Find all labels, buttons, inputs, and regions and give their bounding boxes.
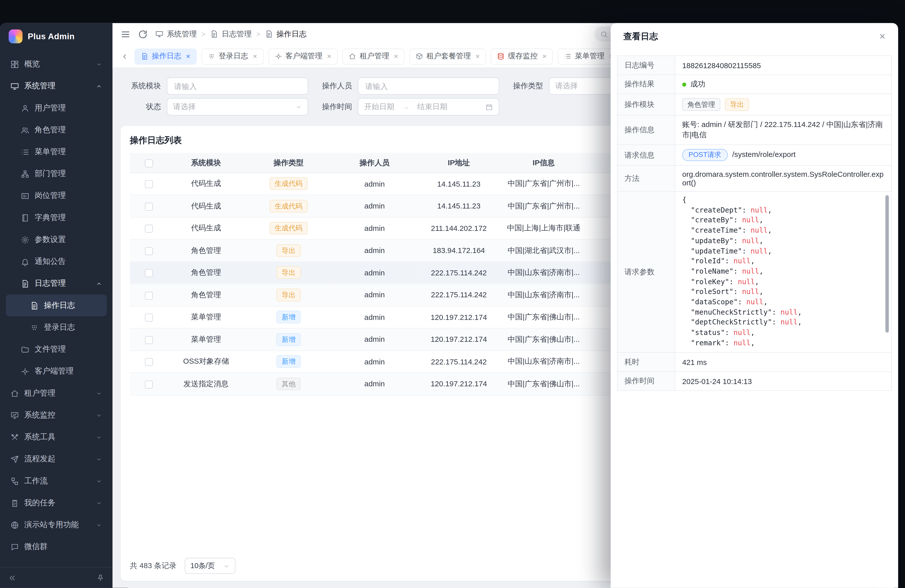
sidebar-item[interactable]: 登录日志 <box>6 316 107 338</box>
sidebar-item-label: 登录日志 <box>44 322 75 332</box>
filter-input[interactable] <box>358 78 499 95</box>
sidebar-item-label: 文件管理 <box>35 344 66 354</box>
sidebar-item[interactable]: 日志管理 <box>6 273 107 294</box>
tab-close-icon[interactable]: × <box>475 52 479 60</box>
tab[interactable]: 租户管理× <box>342 48 405 64</box>
tab[interactable]: 登录日志× <box>202 48 264 64</box>
filter-input-field[interactable] <box>364 81 493 91</box>
sidebar-item[interactable]: 岗位管理 <box>6 185 107 207</box>
field-value: 账号: admin / 研发部门 / 222.175.114.242 / 中国|… <box>675 115 891 145</box>
chat-icon <box>10 542 19 551</box>
drawer-close-icon[interactable]: × <box>880 31 885 41</box>
sidebar-item[interactable]: 用户管理 <box>6 97 107 119</box>
chart-icon <box>10 411 19 420</box>
row-checkbox[interactable] <box>145 336 153 344</box>
sidebar-item[interactable]: 客户端管理 <box>6 361 107 382</box>
pin-sidebar-icon[interactable] <box>96 574 104 582</box>
tab[interactable]: 客户端管理× <box>268 48 338 64</box>
sidebar-item[interactable]: 工作流 <box>6 470 107 492</box>
tab-close-icon[interactable]: × <box>327 52 331 60</box>
row-checkbox[interactable] <box>145 247 153 255</box>
cell-ip: 14.145.11.23 <box>416 195 502 217</box>
cell-module: 角色管理 <box>168 240 244 262</box>
sidebar-item[interactable]: 系统监控 <box>6 404 107 426</box>
sidebar-item-label: 操作日志 <box>44 300 75 311</box>
sidebar: Plus Admin 概览系统管理用户管理角色管理菜单管理部门管理岗位管理字典管… <box>0 23 113 588</box>
sidebar-item-label: 日志管理 <box>35 278 66 289</box>
drawer-desc-body: 日志编号1882612840802115585操作结果成功操作模块角色管理导出操… <box>617 56 891 391</box>
brand-name: Plus Admin <box>28 32 75 41</box>
sidebar-item[interactable]: 概览 <box>6 53 107 75</box>
cell-operator: admin <box>333 217 416 239</box>
tab-list: 操作日志×登录日志×客户端管理×租户管理×租户套餐管理×缓存监控×菜单管理× <box>135 48 620 64</box>
tab-close-icon[interactable]: × <box>253 52 257 60</box>
sidebar-item[interactable]: 流程发起 <box>6 448 107 470</box>
dots-icon <box>208 52 215 60</box>
refresh-button[interactable] <box>138 29 148 39</box>
sidebar-item-label: 系统工具 <box>24 432 55 442</box>
sidebar-item-label: 微信群 <box>24 542 48 552</box>
filter-item: 操作时间开始日期→结束日期 <box>320 98 499 116</box>
row-checkbox[interactable] <box>145 314 153 322</box>
breadcrumb-item[interactable]: 日志管理 <box>210 29 252 39</box>
row-checkbox[interactable] <box>145 180 153 188</box>
row-checkbox[interactable] <box>145 380 153 388</box>
cell-ip: 183.94.172.164 <box>416 240 502 262</box>
cell-module: 菜单管理 <box>168 328 244 350</box>
breadcrumb-item[interactable]: 系统管理 <box>156 29 197 39</box>
collapse-sidebar-icon[interactable] <box>8 574 16 582</box>
sidebar-item[interactable]: 系统工具 <box>6 426 107 448</box>
sidebar-item[interactable]: 部门管理 <box>6 163 107 184</box>
row-checkbox[interactable] <box>145 291 153 299</box>
tab[interactable]: 缓存监控× <box>491 48 553 64</box>
tab-close-icon[interactable]: × <box>542 52 546 60</box>
select-all-checkbox[interactable] <box>145 159 153 167</box>
tab[interactable]: 租户套餐管理× <box>409 48 486 64</box>
tab-close-icon[interactable]: × <box>394 52 398 60</box>
action-tag: 其他 <box>276 378 301 390</box>
sidebar-item[interactable]: 租户管理 <box>6 382 107 404</box>
row-checkbox[interactable] <box>145 269 153 277</box>
globe-icon <box>10 521 19 529</box>
page-size-select[interactable]: 10条/页 <box>185 558 235 574</box>
cell-ip-info: 中国|广东省|广州市|... <box>502 195 586 217</box>
action-tag: 新增 <box>276 311 301 324</box>
send-icon <box>10 455 19 463</box>
filter-label: 操作类型 <box>511 81 549 91</box>
sidebar-item-label: 部门管理 <box>35 168 66 179</box>
list-icon <box>564 52 572 60</box>
field-label: 耗时 <box>617 353 675 372</box>
sidebar-item[interactable]: 微信群 <box>6 536 107 558</box>
cell-operator: admin <box>333 262 416 284</box>
sidebar-item[interactable]: 文件管理 <box>6 338 107 360</box>
filter-daterange[interactable]: 开始日期→结束日期 <box>358 98 499 116</box>
tab[interactable]: 操作日志× <box>135 48 197 64</box>
sidebar-item[interactable]: 系统管理 <box>6 75 107 97</box>
filter-select[interactable]: 请选择 <box>167 98 308 116</box>
sidebar-item[interactable]: 通知公告 <box>6 251 107 272</box>
chevron-down-icon <box>96 478 102 484</box>
action-tag: 导出 <box>276 288 301 301</box>
breadcrumb-item[interactable]: 操作日志 <box>265 29 306 39</box>
tabs-scroll-left-icon[interactable] <box>121 52 129 60</box>
collapse-menu-button[interactable] <box>121 29 131 39</box>
sidebar-item[interactable]: 操作日志 <box>6 294 107 316</box>
sidebar-item[interactable]: 角色管理 <box>6 119 107 141</box>
sidebar-item[interactable]: 我的任务 <box>6 492 107 514</box>
filter-input-field[interactable] <box>173 81 302 91</box>
sidebar-item[interactable]: 演示站专用功能 <box>6 514 107 536</box>
sidebar-item-label: 通知公告 <box>35 256 66 267</box>
sidebar-item[interactable]: 参数设置 <box>6 229 107 251</box>
tab-close-icon[interactable]: × <box>186 52 190 60</box>
row-checkbox[interactable] <box>145 358 153 366</box>
bell-icon <box>21 257 29 266</box>
cell-ip-info: 中国|山东省|济南市|... <box>502 284 586 306</box>
doc-icon <box>30 301 38 310</box>
row-checkbox[interactable] <box>145 224 153 233</box>
filter-input[interactable] <box>167 78 308 95</box>
sidebar-item[interactable]: 字典管理 <box>6 207 107 229</box>
refresh-icon <box>138 29 148 39</box>
sidebar-item[interactable]: 菜单管理 <box>6 141 107 163</box>
scrollbar-thumb[interactable] <box>885 195 889 332</box>
row-checkbox[interactable] <box>145 202 153 210</box>
